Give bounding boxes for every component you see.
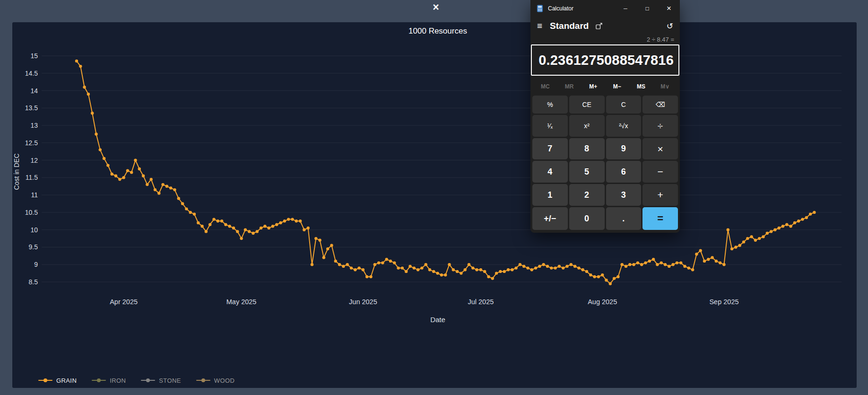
legend-item-iron[interactable]: IRON [92, 377, 126, 384]
calc-key-7[interactable]: 7 [532, 138, 568, 160]
calc-key-.[interactable]: . [606, 207, 642, 230]
legend-label: WOOD [214, 377, 234, 384]
legend-label: GRAIN [56, 377, 77, 384]
calc-display: 0.2361275088547816 [531, 44, 679, 76]
history-icon[interactable]: ↺ [667, 21, 673, 31]
calc-key-9[interactable]: 9 [606, 138, 642, 160]
memory-button-m−[interactable]: M− [605, 80, 629, 93]
svg-text:14.5: 14.5 [25, 70, 38, 77]
grain-price-line-chart: 1000 Resources Date Cost in DEC 1514.514… [12, 22, 857, 388]
memory-button-mc[interactable]: MC [533, 80, 557, 93]
svg-text:10.5: 10.5 [25, 209, 38, 216]
hamburger-menu-icon[interactable]: ≡ [537, 21, 542, 31]
chart-title: 1000 Resources [408, 26, 467, 35]
legend-marker-icon [196, 380, 210, 381]
calc-key-−[interactable]: − [642, 161, 678, 183]
calculator-mode-label: Standard [550, 21, 589, 31]
svg-text:May 2025: May 2025 [226, 298, 257, 306]
svg-text:15: 15 [30, 52, 38, 60]
svg-text:Apr 2025: Apr 2025 [110, 298, 138, 306]
svg-text:13: 13 [30, 122, 38, 129]
svg-text:9: 9 [34, 261, 38, 268]
svg-text:Aug 2025: Aug 2025 [588, 298, 617, 306]
svg-text:Sep 2025: Sep 2025 [709, 298, 738, 306]
svg-text:12.5: 12.5 [25, 139, 38, 147]
svg-text:9.5: 9.5 [29, 243, 38, 251]
legend-label: IRON [110, 377, 126, 384]
calc-key-%[interactable]: % [532, 96, 568, 114]
calc-key-5[interactable]: 5 [569, 161, 605, 183]
legend-marker-icon [38, 380, 52, 381]
keep-on-top-icon[interactable] [595, 22, 603, 30]
svg-text:12: 12 [30, 157, 38, 164]
calc-key-×[interactable]: × [642, 138, 678, 160]
calculator-titlebar[interactable]: Calculator ─ □ × [530, 0, 680, 17]
y-axis-title: Cost in DEC [13, 153, 20, 190]
gridlines [42, 56, 842, 282]
grain-series [75, 60, 816, 285]
calc-key-C[interactable]: C [606, 96, 642, 114]
calc-expression: 2 ÷ 8.47 = [647, 36, 674, 43]
calculator-window: Calculator ─ □ × ≡ Standard ↺ 2 ÷ 8.47 =… [530, 0, 680, 233]
calc-key-²√x[interactable]: ²√x [606, 115, 642, 137]
calc-key-x²[interactable]: x² [569, 115, 605, 137]
minimize-button[interactable]: ─ [615, 0, 636, 17]
svg-text:Jul 2025: Jul 2025 [468, 298, 494, 306]
memory-button-mr[interactable]: MR [557, 80, 582, 93]
legend-marker-icon [141, 380, 155, 381]
calc-key-2[interactable]: 2 [569, 184, 605, 206]
calculator-header: ≡ Standard ↺ [530, 17, 680, 35]
chart-legend: GRAINIRONSTONEWOOD [38, 374, 234, 386]
calc-key-1[interactable]: 1 [532, 184, 568, 206]
calc-key-=[interactable]: = [642, 207, 678, 230]
svg-text:11: 11 [31, 191, 38, 199]
calc-key-CE[interactable]: CE [569, 96, 605, 114]
svg-text:13.5: 13.5 [25, 104, 38, 112]
calc-key-+[interactable]: + [642, 184, 678, 206]
svg-text:14: 14 [30, 87, 38, 95]
resources-chart-panel: 1000 Resources Date Cost in DEC 1514.514… [12, 22, 857, 388]
calc-key-÷[interactable]: ÷ [642, 115, 678, 137]
legend-marker-icon [92, 380, 106, 381]
calculator-keypad: %CEC⌫¹⁄ₓx²²√x÷789×456−123++/−0.= [532, 96, 678, 230]
calc-key-6[interactable]: 6 [606, 161, 642, 183]
svg-text:Jun 2025: Jun 2025 [349, 298, 377, 306]
x-axis-title: Date [430, 316, 445, 324]
legend-label: STONE [159, 377, 181, 384]
memory-button-m∨[interactable]: M∨ [653, 80, 677, 93]
calculator-app-icon [537, 5, 543, 12]
svg-text:11.5: 11.5 [26, 174, 38, 181]
calc-key-¹⁄ₓ[interactable]: ¹⁄ₓ [532, 115, 568, 137]
calc-key-⌫[interactable]: ⌫ [642, 96, 678, 114]
calculator-window-title: Calculator [548, 5, 615, 12]
calc-key-0[interactable]: 0 [569, 207, 605, 230]
svg-text:8.5: 8.5 [29, 278, 38, 286]
close-button[interactable]: × [658, 0, 680, 17]
calc-key-3[interactable]: 3 [606, 184, 642, 206]
calc-key-+/−[interactable]: +/− [532, 207, 568, 230]
maximize-button[interactable]: □ [636, 0, 658, 17]
calc-key-4[interactable]: 4 [532, 161, 568, 183]
legend-item-grain[interactable]: GRAIN [38, 377, 77, 384]
legend-item-wood[interactable]: WOOD [196, 377, 234, 384]
memory-button-ms[interactable]: MS [629, 80, 653, 93]
svg-text:10: 10 [30, 226, 38, 234]
memory-button-row: MCMRM+M−MSM∨ [533, 80, 677, 93]
memory-button-m+[interactable]: M+ [581, 80, 605, 93]
calc-key-8[interactable]: 8 [569, 138, 605, 160]
modal-close-button[interactable]: × [427, 0, 445, 14]
legend-item-stone[interactable]: STONE [141, 377, 181, 384]
